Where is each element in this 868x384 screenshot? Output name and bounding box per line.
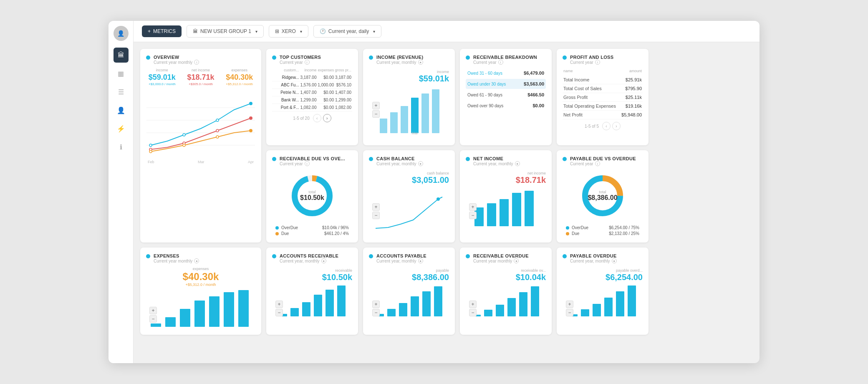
- prev-arrow[interactable]: ‹: [313, 114, 321, 122]
- ro-zoom-in[interactable]: +: [469, 301, 477, 308]
- ar-zoom-out[interactable]: −: [275, 309, 283, 316]
- receivable-due-legend: OverDue $10.04k / 96% Due $461.20 / 4%: [272, 225, 352, 236]
- zoom-controls: + −: [372, 102, 380, 118]
- period-button[interactable]: 🕐 Current year, daily ▾: [313, 25, 381, 38]
- group-button[interactable]: 🏛 NEW USER GROUP 1 ▾: [187, 25, 264, 38]
- expenses-zoom-in[interactable]: +: [149, 307, 157, 314]
- po-value-display: payable overd... $6,254.00: [563, 267, 643, 284]
- po-zoom-in[interactable]: +: [566, 301, 573, 308]
- top-customers-card: TOP CUSTOMERS Current year i custom... i…: [266, 49, 358, 145]
- avatar[interactable]: 👤: [114, 26, 129, 41]
- payable-due-info-icon[interactable]: i: [595, 161, 600, 166]
- next-arrow[interactable]: ›: [323, 114, 331, 122]
- receivable-overdue-info-icon[interactable]: ●: [514, 258, 519, 263]
- expenses-card: EXPENSES Current year monthly ● expenses…: [140, 248, 261, 335]
- zoom-out-button[interactable]: −: [372, 110, 380, 118]
- payable-legend-overdue: OverDue $6,254.00 / 75%: [566, 225, 639, 230]
- income-revenue-dot: [369, 56, 373, 60]
- sidebar-icon-user[interactable]: 👤: [114, 103, 129, 118]
- pl-next-arrow[interactable]: ›: [612, 122, 621, 130]
- svg-point-5: [249, 116, 252, 120]
- xero-icon: ⊞: [275, 28, 279, 34]
- net-income-value: $18.71k: [466, 175, 546, 185]
- sidebar-icon-list[interactable]: ☰: [114, 84, 129, 99]
- ap-zoom-out[interactable]: −: [372, 309, 380, 316]
- po-zoom: + −: [566, 301, 573, 316]
- sidebar-icon-lightning[interactable]: ⚡: [114, 121, 129, 136]
- expenses-info-icon[interactable]: ●: [194, 258, 199, 263]
- income-bars-svg: Mar: [369, 85, 449, 135]
- pl-nav: ‹ ›: [602, 122, 621, 130]
- expenses-zoom-out[interactable]: −: [149, 315, 157, 323]
- pl-prev-arrow[interactable]: ‹: [602, 122, 611, 130]
- sidebar-icon-info[interactable]: ℹ: [114, 139, 129, 154]
- sidebar-icon-grid[interactable]: ▦: [114, 66, 129, 81]
- svg-rect-49: [337, 285, 346, 316]
- receivable-due-subtitle: Current year i: [280, 161, 345, 166]
- net-income-info-icon[interactable]: ●: [515, 161, 520, 166]
- cash-balance-chart-area: + − Mar: [369, 187, 449, 237]
- income-revenue-info-icon[interactable]: ●: [418, 60, 423, 65]
- xero-button[interactable]: ⊞ XERO ▾: [269, 25, 308, 38]
- ro-zoom-out[interactable]: −: [469, 309, 477, 316]
- overview-x-axis: Feb Mar Apr: [146, 159, 255, 164]
- ap-bars-svg: [369, 284, 449, 317]
- metrics-button[interactable]: + METRICS: [142, 25, 182, 37]
- clock-icon: 🕐: [320, 28, 326, 34]
- group-icon: 🏛: [193, 28, 198, 34]
- donut-label: total $10.50k: [300, 190, 324, 202]
- ar-zoom: + −: [275, 301, 283, 316]
- breakdown-label-2[interactable]: Owed under 30 days: [467, 82, 506, 86]
- ar-zoom-in[interactable]: +: [275, 301, 283, 308]
- cash-zoom-in[interactable]: +: [372, 203, 380, 211]
- expenses-change: +$5,312.0 / month: [146, 283, 255, 287]
- donut-wrap: total $10.50k: [289, 173, 335, 219]
- svg-rect-51: [387, 309, 396, 316]
- cash-balance-info-icon[interactable]: ●: [418, 161, 423, 166]
- net-zoom-out[interactable]: −: [469, 212, 477, 219]
- group-label: NEW USER GROUP 1: [200, 28, 251, 34]
- net-zoom-in[interactable]: +: [469, 203, 477, 211]
- expenses-bars-svg: [146, 290, 255, 328]
- expenses-value: $40.30k: [223, 73, 255, 82]
- po-zoom-out[interactable]: −: [566, 309, 573, 316]
- net-income-change: +$305.0 / month: [185, 82, 217, 86]
- sidebar-icon-dashboard[interactable]: 🏛: [114, 48, 129, 63]
- payable-overdue-info-icon[interactable]: ●: [612, 258, 617, 263]
- breakdown-label-4[interactable]: Owed over 90 days: [467, 104, 503, 108]
- profit-loss-info-icon[interactable]: i: [595, 60, 600, 65]
- svg-rect-66: [616, 291, 624, 316]
- svg-rect-53: [411, 296, 419, 316]
- ro-bars-svg: [466, 284, 546, 317]
- period-chevron-icon: ▾: [373, 29, 375, 34]
- ap-value-display: payable $8,386.00: [369, 267, 449, 284]
- payable-donut-label: total $8,386.00: [588, 190, 617, 202]
- table-nav: ‹ ›: [313, 114, 331, 122]
- income-revenue-title: INCOME (REVENUE): [376, 55, 423, 60]
- svg-text:Mar: Mar: [411, 131, 418, 135]
- ar-bars-svg: [272, 284, 352, 317]
- breakdown-label-3[interactable]: Owed 61 - 90 days: [467, 93, 502, 97]
- top-customers-info-icon[interactable]: i: [305, 60, 310, 65]
- svg-point-7: [149, 144, 152, 147]
- receivable-due-info-icon[interactable]: i: [305, 161, 310, 166]
- profit-loss-card: PROFIT AND LOSS Current year i name amou…: [557, 49, 648, 145]
- receivable-overdue-card: RECEIVABLE OVERDUE Current year monthly …: [460, 248, 552, 335]
- receivable-breakdown-info-icon[interactable]: i: [498, 60, 503, 65]
- zoom-in-button[interactable]: +: [372, 102, 380, 109]
- ro-chart-area: + −: [466, 284, 546, 321]
- expenses-subtitle: Current year monthly ●: [154, 258, 199, 263]
- svg-rect-47: [314, 295, 322, 316]
- svg-rect-20: [421, 93, 429, 133]
- profit-loss-header: PROFIT AND LOSS Current year i: [563, 55, 643, 65]
- breakdown-label-1[interactable]: Owed 31 - 60 days: [467, 71, 502, 76]
- accounts-payable-info-icon[interactable]: ●: [418, 258, 423, 263]
- ap-zoom-in[interactable]: +: [372, 301, 380, 308]
- pl-footer: 1-5 of 5 ‹ ›: [563, 122, 643, 130]
- ro-value-display: receivable ov... $10.04k: [466, 267, 546, 284]
- accounts-receivable-info-icon[interactable]: ●: [321, 258, 326, 263]
- cash-zoom-out[interactable]: −: [372, 212, 380, 219]
- breakdown-value-2: $3,563.00: [524, 81, 544, 86]
- table-row: Port & F...1,082.00$0.001,082.00: [272, 104, 352, 111]
- overview-info-icon[interactable]: i: [194, 60, 199, 65]
